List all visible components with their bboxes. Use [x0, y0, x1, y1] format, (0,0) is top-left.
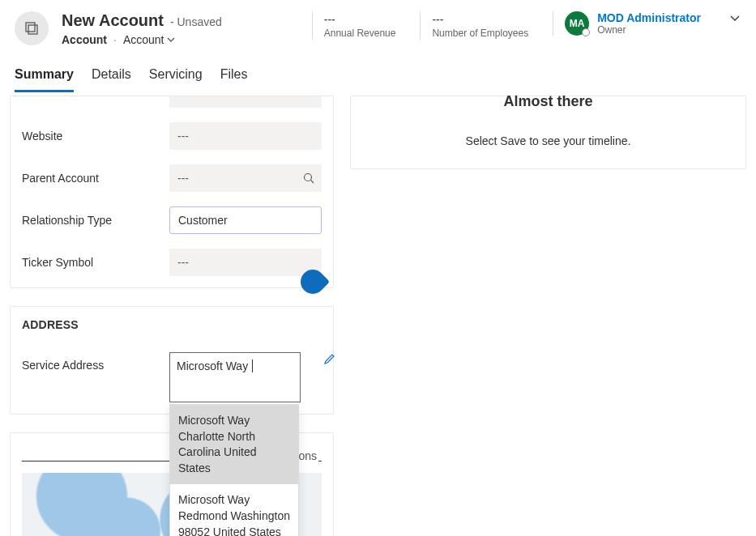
header-owner[interactable]: MA MOD Administrator Owner [553, 11, 701, 36]
address-suggestions-dropdown: Microsoft Way Charlotte North Carolina U… [169, 404, 299, 536]
breadcrumb: Account · Account [62, 33, 222, 46]
website-label: Website [22, 130, 160, 143]
owner-label: Owner [597, 24, 701, 36]
address-suggestion[interactable]: Microsoft Way Redmond Washington 98052 U… [170, 484, 298, 536]
account-info-section: Website --- Parent Account --- Relations… [10, 96, 334, 288]
owner-avatar: MA [565, 11, 589, 36]
num-employees-value: --- [432, 13, 528, 26]
address-section-title: ADDRESS [22, 307, 322, 331]
relationship-type-value: Customer [178, 214, 228, 227]
owner-name: MOD Administrator [597, 11, 701, 24]
tab-servicing[interactable]: Servicing [149, 61, 203, 92]
num-employees-label: Number of Employees [432, 28, 528, 39]
tab-details[interactable]: Details [92, 61, 131, 92]
website-input[interactable]: --- [169, 122, 322, 150]
field-ticker-symbol: Ticker Symbol --- [22, 249, 322, 276]
ticker-value: --- [177, 256, 189, 269]
right-column: Almost there Select Save to see your tim… [350, 96, 746, 169]
address-suggestion[interactable]: Microsoft Way Charlotte North Carolina U… [170, 405, 298, 484]
tab-summary[interactable]: Summary [15, 61, 74, 92]
owner-initials: MA [570, 18, 585, 29]
save-status: - Unsaved [170, 15, 222, 28]
field-website: Website --- [22, 122, 322, 150]
edit-address-button[interactable] [323, 352, 336, 365]
record-header: New Account - Unsaved Account · Account … [0, 0, 756, 53]
record-type-icon [15, 11, 49, 45]
field-parent-account: Parent Account --- [22, 164, 322, 192]
entity-icon [23, 20, 40, 36]
service-address-label: Service Address [22, 352, 160, 372]
form-tabs: Summary Details Servicing Files [0, 61, 756, 92]
svg-line-3 [311, 181, 314, 184]
chevron-down-icon [728, 11, 741, 24]
service-address-value: Microsoft Way [177, 359, 248, 372]
left-column: Website --- Parent Account --- Relations… [10, 96, 334, 536]
svg-point-2 [305, 174, 312, 181]
relationship-type-label: Relationship Type [22, 214, 160, 227]
chevron-down-icon [167, 36, 175, 44]
breadcrumb-form-label: Account [123, 33, 164, 46]
form-selector[interactable]: Account [123, 33, 176, 46]
website-value: --- [177, 130, 189, 143]
tab-files[interactable]: Files [220, 61, 248, 92]
pencil-icon [323, 352, 336, 365]
title-block: New Account - Unsaved Account · Account [62, 11, 222, 46]
header-expand-button[interactable] [728, 11, 741, 24]
timeline-title: Almost there [367, 93, 729, 110]
parent-account-lookup[interactable]: --- [169, 164, 322, 192]
parent-account-value: --- [177, 172, 189, 185]
search-icon[interactable] [302, 172, 315, 185]
relationship-type-select[interactable]: Customer [169, 206, 322, 234]
annual-revenue-value: --- [324, 13, 396, 26]
parent-account-label: Parent Account [22, 172, 160, 185]
page-title: New Account [62, 11, 164, 30]
form-body: Website --- Parent Account --- Relations… [0, 92, 756, 536]
cut-off-field[interactable] [169, 96, 322, 108]
field-relationship-type: Relationship Type Customer [22, 206, 322, 234]
presence-icon [582, 28, 590, 36]
timeline-placeholder-card: Almost there Select Save to see your tim… [350, 96, 746, 169]
header-field-num-employees[interactable]: --- Number of Employees [420, 11, 540, 40]
breadcrumb-separator: · [113, 33, 117, 46]
address-section: ADDRESS Service Address Microsoft Way Mi… [10, 306, 334, 415]
timeline-subtitle: Select Save to see your timeline. [367, 134, 729, 147]
header-field-annual-revenue[interactable]: --- Annual Revenue [312, 11, 408, 40]
svg-rect-1 [28, 25, 37, 34]
annual-revenue-label: Annual Revenue [324, 28, 396, 39]
breadcrumb-entity[interactable]: Account [62, 33, 107, 46]
field-service-address: Service Address Microsoft Way [22, 352, 322, 402]
ticker-label: Ticker Symbol [22, 256, 160, 269]
ticker-input[interactable]: --- [169, 249, 322, 276]
service-address-input[interactable]: Microsoft Way [169, 352, 301, 402]
svg-rect-0 [26, 23, 35, 32]
